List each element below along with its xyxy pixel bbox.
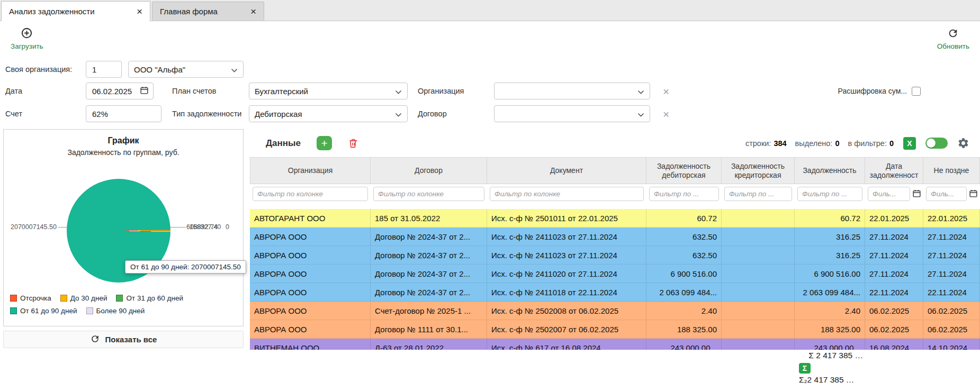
sigma-icon[interactable]: Σ [799,363,811,374]
column-filter-input[interactable] [253,187,368,201]
close-icon[interactable]: × [244,6,256,16]
cell-contract: Договор № 1111 от 30.1... [371,320,487,339]
add-row-button[interactable]: + [317,136,332,150]
column-header[interactable]: Задолженность дебиторская [646,157,722,184]
cell-date: 27.11.2024 [865,228,923,246]
legend-item: От 31 до 60 дней [116,294,183,302]
date-input[interactable] [91,86,137,96]
date-field[interactable] [86,83,154,99]
own-org-code-field[interactable] [86,61,122,78]
table-toolbar: Данные + строки:384 выделено:0 в фильтре… [250,129,980,157]
table-row[interactable]: АВРОРА ООО Договор № 2024-37 от 2... Исх… [250,228,980,246]
legend-label: До 30 дней [70,294,107,302]
table-footer: Σ 2 417 385 … Σ Σ₂2 417 385 … [250,351,980,385]
chart-legend: Отсрочка До 30 дней От 31 до 60 дней От … [10,294,183,315]
own-org-code-input[interactable] [91,65,116,75]
chevron-down-icon [395,110,402,119]
accounts-plan-label: План счетов [172,87,249,95]
close-icon[interactable]: × [130,6,142,16]
organization-select[interactable] [494,83,650,99]
debt-type-select[interactable]: Дебиторская [249,105,408,122]
clear-organization-icon[interactable]: × [663,86,669,97]
accounts-plan-select[interactable]: Бухгалтерский [249,83,408,99]
column-filter-input[interactable] [724,187,792,201]
refresh-icon [947,28,959,41]
calendar-icon[interactable] [969,189,977,199]
toggle-knob [927,139,936,148]
cell-debt: 188 325.00 [795,320,865,339]
account-input[interactable] [91,109,156,119]
cell-debt: 2.40 [795,302,865,320]
table-body: АВТОГАРАНТ ООО 185 от 31.05.2022 Исх. с-… [250,209,980,350]
calendar-icon[interactable] [913,189,921,199]
cell-credit [722,339,795,350]
column-filter-input[interactable] [490,187,644,201]
cell-doc: Исх. с-ф № 2502008 от 06.02.2025 [487,302,646,320]
table-row[interactable]: АВРОРА ООО Договор № 2024-37 от 2... Исх… [250,265,980,283]
tab-debt-analysis[interactable]: Анализ задолженности × [1,1,150,21]
cell-credit [722,228,795,246]
column-header[interactable]: Дата задолженност [865,157,923,184]
cell-doc: Исх. с-ф № 2411023 от 27.11.2024 [487,228,646,246]
cell-debit: 632.50 [646,246,722,265]
show-all-button[interactable]: Показать все [3,331,244,348]
cell-date: 06.02.2025 [865,302,923,320]
cell-org: АВРОРА ООО [250,302,371,320]
refresh-button[interactable]: Обновить [937,28,969,50]
cell-org: АВРОРА ООО [250,283,371,302]
table-header-row: Организация Договор Документ Задолженнос… [250,157,980,184]
contract-select[interactable] [494,105,650,122]
tab-main-form[interactable]: Главная форма × [152,2,264,21]
account-field[interactable] [86,105,161,122]
pie-callout-line [170,227,186,228]
color-toggle[interactable] [925,138,948,149]
cell-date: 22.01.2025 [865,209,923,228]
pie-callout-line [58,227,67,228]
refresh-label: Обновить [937,42,969,50]
cell-debit: 243 000 00... [646,339,722,350]
legend-label: Более 90 дней [96,307,145,315]
cell-date: 06.02.2025 [865,320,923,339]
table-row[interactable]: АВРОРА ООО Договор № 2024-37 от 2... Исх… [250,246,980,265]
cell-contract: Счет-договор № 2025-1 ... [371,302,487,320]
calendar-icon[interactable] [140,86,148,96]
column-header[interactable]: Задолженность [795,157,865,184]
cell-contract: Договор № 2024-37 от 2... [371,265,487,283]
export-excel-icon[interactable]: X [903,137,916,150]
column-filter-input[interactable] [649,187,719,201]
column-header[interactable]: Документ [487,157,646,184]
table-row[interactable]: АВРОРА ООО Договор № 2024-37 от 2... Исх… [250,283,980,302]
cell-debit: 632.50 [646,228,722,246]
filtered-count: в фильтре:0 [848,139,894,148]
cell-credit [722,283,795,302]
gear-icon[interactable] [957,137,969,149]
table-row[interactable]: АВРОРА ООО Договор № 1111 от 30.1... Исх… [250,320,980,339]
decode-sum-checkbox[interactable] [912,87,921,96]
column-header[interactable]: Задолженность кредиторская [722,157,795,184]
contract-label: Договор [418,110,494,118]
cell-date: 27.11.2024 [865,265,923,283]
column-header[interactable]: Договор [371,157,487,184]
date-label: Дата [5,87,86,95]
cell-debit: 188 325.00 [646,320,722,339]
debt-type-label: Тип задолженности [172,110,249,118]
column-header[interactable]: Организация [250,157,371,184]
column-filter-input[interactable] [373,187,484,201]
table-row[interactable]: АВРОРА ООО Счет-договор № 2025-1 ... Исх… [250,302,980,320]
column-header[interactable]: Не поздне [923,157,980,184]
delete-row-button[interactable] [348,138,359,149]
load-button[interactable]: Загрузить [11,27,43,50]
cell-credit [722,209,795,228]
table-row[interactable]: АВТОГАРАНТ ООО 185 от 31.05.2022 Исх. с-… [250,209,980,228]
cell-org: АВРОРА ООО [250,265,371,283]
own-org-select[interactable]: ООО "Альфа" [128,61,244,78]
cell-org: АВТОГАРАНТ ООО [250,209,371,228]
column-filter-input[interactable] [868,187,910,201]
cell-doc: Исх. с-ф № 2411018 от 22.11.2024 [487,283,646,302]
cell-debit: 6 900 516.00 [646,265,722,283]
column-filter-input[interactable] [797,187,862,201]
column-filter-input[interactable] [926,187,967,201]
table-row[interactable]: ВИТНЕМАН ООО Д-63 от 28.01.2022 Исх. с-ф… [250,339,980,350]
cell-doc: Исх. с-ф № 2411023 от 27.11.2024 [487,246,646,265]
clear-contract-icon[interactable]: × [663,108,669,120]
